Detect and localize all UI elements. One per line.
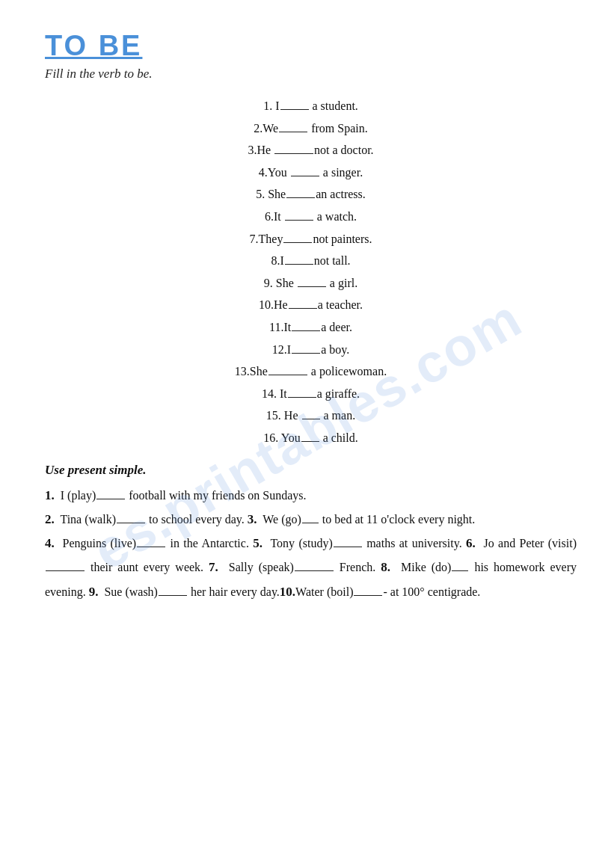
present-simple-section: Use present simple. 1. I (play) football… (45, 463, 577, 604)
exercise-line-16: 16. You a child. (45, 427, 577, 449)
ps-blank-4 (137, 547, 165, 547)
ps-blank-3 (302, 523, 319, 523)
ps-num-3: 3. (248, 512, 257, 526)
exercise-line-1: 1. I a student. (45, 95, 577, 117)
exercise-line-2: 2.We from Spain. (45, 117, 577, 140)
blank-14 (288, 397, 316, 398)
ps-blank-1 (96, 499, 125, 499)
blank-3 (274, 153, 313, 154)
exercise-line-13: 13.She a policewoman. (45, 360, 577, 383)
blank-6 (285, 220, 313, 221)
blank-13 (268, 375, 307, 375)
use-present-label: Use present simple. (45, 463, 577, 478)
blank-5 (286, 197, 315, 198)
blank-9 (298, 286, 326, 287)
exercise-line-8: 8.Inot tall. (45, 250, 577, 272)
ps-blank-8 (452, 570, 468, 571)
ps-blank-5 (334, 547, 362, 547)
blank-16 (301, 441, 319, 442)
present-simple-exercises: 1. I (play) football with my friends on … (45, 484, 577, 604)
exercise-line-10: 10.Hea teacher. (45, 294, 577, 316)
exercise-line-12: 12.Ia boy. (45, 339, 577, 361)
blank-7 (283, 242, 312, 243)
exercise-line-9: 9. She a girl. (45, 272, 577, 295)
exercise-line-6: 6.It a watch. (45, 206, 577, 228)
ps-num-8: 8. (381, 560, 390, 574)
ps-blank-10 (354, 595, 382, 596)
exercise-line-15: 15. He a man. (45, 404, 577, 427)
blank-4 (291, 176, 319, 176)
ps-blank-6 (46, 570, 85, 571)
exercise-line-5: 5. Shean actress. (45, 183, 577, 206)
ps-blank-2 (117, 523, 145, 523)
blank-12 (292, 353, 320, 354)
ps-num-6: 6. (466, 536, 476, 550)
to-be-exercise-section: 1. I a student. 2.We from Spain. 3.He no… (45, 95, 577, 449)
ps-blank-9 (159, 595, 187, 596)
exercise-line-3: 3.He not a doctor. (45, 139, 577, 161)
ps-num-2: 2. (45, 512, 55, 526)
exercise-line-11: 11.Ita deer. (45, 316, 577, 339)
blank-15 (302, 419, 320, 419)
blank-1 (280, 109, 309, 110)
ps-num-1: 1. (45, 488, 55, 502)
exercise-line-4: 4.You a singer. (45, 161, 577, 184)
blank-10 (289, 308, 317, 309)
ps-num-4: 4. (45, 536, 55, 550)
ps-num-10: 10. (280, 585, 295, 599)
subtitle: Fill in the verb to be. (45, 67, 577, 81)
page-title: TO BE (45, 30, 577, 62)
blank-2 (279, 132, 307, 132)
ps-blank-7 (295, 570, 334, 571)
blank-8 (285, 264, 313, 265)
ps-num-7: 7. (209, 560, 218, 574)
blank-11 (292, 330, 320, 331)
ps-num-9: 9. (89, 585, 99, 599)
ps-num-5: 5. (253, 536, 263, 550)
exercise-line-7: 7.Theynot painters. (45, 228, 577, 250)
exercise-line-14: 14. Ita giraffe. (45, 383, 577, 405)
